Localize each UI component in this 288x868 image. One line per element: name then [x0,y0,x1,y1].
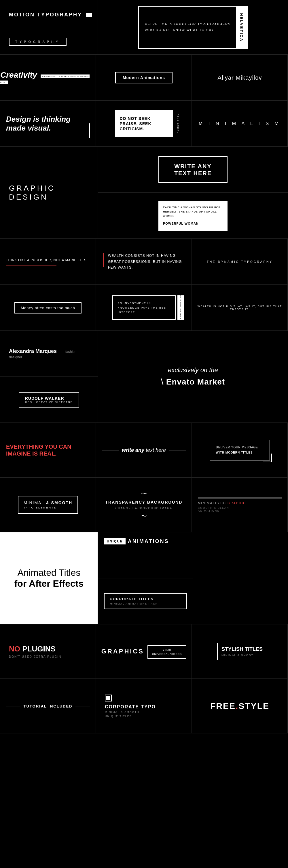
think-text: THINK LIKE A PUBLISHER, NOT A MARKETER. [6,258,86,262]
minimalistic-bar [198,498,282,498]
do-not-seek-box: DO NOT SEEK PRAISE, SEEK CRITICISM. [115,110,173,137]
motion-typography-cell: MOTION TYPOGRAPHY TYPOGRAPHY [0,0,98,55]
unique-animations-cell: UNIQUE ANIMATIONS [98,532,193,578]
rudolf-cell: RUDOLF WALKER CEO / CREATIVE DIRECTOR [0,377,98,423]
powerful-woman-quote: EACH TIME A WOMAN STANDS UP FOR HERSELF,… [163,206,221,218]
money-box: Money often costs too much [15,302,82,313]
write-any-box: WRITE ANY TEXT HERE [159,156,228,183]
creativity-text: Creativity [0,70,37,80]
minimalistic-sub: SMOOTH & CLEAN ANIMATIONS. [198,506,229,512]
think-cell: THINK LIKE A PUBLISHER, NOT A MARKETER. [0,239,96,285]
minimalistic-cell: MINIMALISTIC GRAPHIC SMOOTH & CLEAN ANIM… [192,477,288,532]
row-5: THINK LIKE A PUBLISHER, NOT A MARKETER. … [0,239,288,285]
helvetica-vertical-label: HELVETICA [236,7,248,48]
write-line-right [169,450,186,451]
stylish-content: STYLISH TITLES MINIMAL & SMOOTH [222,646,263,657]
dynamic-typography: THE DYNAMIC TYPOGRAPHY [198,260,281,264]
powerful-woman-cell: EACH TIME A WOMAN STANDS UP FOR HERSELF,… [98,193,288,239]
benjamin-text: BENJAMIN FRANKLIN [179,292,181,323]
deliver-cell: DELIVER YOUR MESSAGE WITH MODERN TITLES [192,423,288,477]
no-plugins-sub: DON'T USED EXTRA PLUGIN [9,655,61,658]
investment-cell: AN INVESTMENT IN KNOWLEDGE PAYS THE BEST… [96,285,192,331]
design-bar [89,123,90,138]
unique-top: UNIQUE ANIMATIONS [104,538,169,545]
row-7: Alexandra Marques | fashion designer RUD… [0,331,288,423]
graphics-content: GRAPHICS YOUR UNIVERSAL VIDEOS [102,644,186,659]
unique-text: ANIMATIONS [128,538,169,545]
wealth-content: WEALTH CONSISTS NOT IN HAVING GREAT POSS… [96,247,192,276]
exclusively-text: exclusively on the [168,366,218,374]
alexandra-info: Alexandra Marques | fashion designer [9,348,89,360]
no-plugins-cell: NO PLUGINS DON'T USED EXTRA PLUGIN [0,624,96,679]
deliver-box: DELIVER YOUR MESSAGE WITH MODERN TITLES [210,440,270,461]
helvetica-label: HELVETICA [240,13,244,42]
animated-titles-cell: Animated Titles for After Effects [0,532,98,624]
everything-text: EVERYTHING YOU CAN IMAGINE IS REAL. [6,443,90,457]
row7-left-cells: Alexandra Marques | fashion designer RUD… [0,331,98,423]
dyn-line-left [198,262,204,262]
write-any-line-cell: write any text here [96,423,192,477]
transparency-cell: 〜 TRANSPARENCY BACKGROUND CHANGE BACKGRO… [96,477,192,532]
deliver-text: DELIVER YOUR MESSAGE WITH MODERN TITLES [216,445,264,455]
corporate-titles-cell: CORPORATE TITLES MINIMAL ANIMATIONS PACK [98,578,193,624]
do-not-seek-cell: DO NOT SEEK PRAISE, SEEK CRITICISM. PAUL… [96,101,192,147]
money-text: Money often costs too much [21,306,75,310]
rudolf-role: CEO / CREATIVE DIRECTOR [25,401,73,404]
alexandra-cell: Alexandra Marques | fashion designer [0,331,98,377]
wealth-small-text: WEALTH IS NOT HIS THAT HAS IT, BUT HIS T… [192,302,287,313]
graphics-cell: GRAPHICS YOUR UNIVERSAL VIDEOS [96,624,192,679]
paul-arden-label: PAUL ARDEN [175,110,181,137]
modern-animations-box: Modern Animations [115,72,173,84]
stylish-bar [217,643,218,660]
minimal-sub-text: TYPO ELEMENTS [24,506,72,509]
minimal-smooth-box: MINIMAL & SMOOTH TYPO ELEMENTS [18,496,78,514]
write-text: write any text here [122,447,166,453]
corp-typo-sub2: UNIQUE TITLES [105,715,132,718]
design-thinking-cell: Design is thinking made visual. [0,101,96,147]
animated-titles-text: Animated Titles for After Effects [15,567,84,589]
wealth-text: WEALTH CONSISTS NOT IN HAVING GREAT POSS… [108,253,184,270]
think-underline [6,265,56,266]
corp-icon [105,694,112,702]
helvetica-quote: HELVETICA IS GOOD FOR TYPOGRAPHERS WHO D… [138,6,248,49]
corporate-typo-cell: CORPORATE TYPO MINIMAL & SMOOTH UNIQUE T… [96,679,192,734]
corporate-title-sub: MINIMAL ANIMATIONS PACK [110,602,181,605]
corporate-title-main: CORPORATE TITLES [110,597,181,601]
row-2: Creativity CREATIVITY IS INTELLIGENCE MA… [0,55,288,101]
minimal-smooth-cell: MINIMAL & SMOOTH TYPO ELEMENTS [0,477,96,532]
dynamic-typography-text: THE DYNAMIC TYPOGRAPHY [207,260,273,264]
benjamin-tag: BENJAMIN FRANKLIN [177,296,184,320]
money-cell: Money often costs too much [0,285,96,331]
investment-wrapper: AN INVESTMENT IN KNOWLEDGE PAYS THE BEST… [112,296,176,320]
investment-text: AN INVESTMENT IN KNOWLEDGE PAYS THE BEST… [118,301,170,315]
powerful-woman-box: EACH TIME A WOMAN STANDS UP FOR HERSELF,… [159,201,228,231]
aliyar-name: Aliyar Mikayilov [218,74,262,81]
paul-arden-text: PAUL ARDEN [177,114,179,134]
wealth-red-line [103,253,104,267]
dyn-line-right [276,262,281,262]
alexandra-name: Alexandra Marques [9,348,58,354]
motion-typography-title: MOTION TYPOGRAPHY [9,12,92,18]
row-6: Money often costs too much AN INVESTMENT… [0,285,288,331]
stylish-text: STYLISH TITLES [222,646,263,653]
corp-typo-sub1: MINIMAL & SMOOTH [105,711,139,714]
rudolf-name: RUDOLF WALKER [25,396,73,401]
graphics-main: GRAPHICS [102,648,144,655]
minimalism-cell: M I N I M A L I S M [192,101,288,147]
tutorial-line-right [76,706,90,706]
wealth-small-cell: WEALTH IS NOT HIS THAT HAS IT, BUT HIS T… [192,285,288,331]
envato-cell: exclusively on the \ Envato Market [98,331,288,423]
graphic-design-text: GRAPHIC DESIGN [9,184,83,202]
dynamic-typography-cell: THE DYNAMIC TYPOGRAPHY [192,239,288,285]
wave-icon-top: 〜 [141,490,147,498]
write-line-left [102,450,119,451]
row-10: Animated Titles for After Effects UNIQUE… [0,532,288,624]
row-4: GRAPHIC DESIGN WRITE ANY TEXT HERE EACH … [0,147,288,239]
row-3: Design is thinking made visual. DO NOT S… [0,101,288,147]
creativity-content: Creativity CREATIVITY IS INTELLIGENCE MA… [0,70,96,85]
minimalistic-title: MINIMALISTIC GRAPHIC [198,501,246,505]
aliyar-cell: Aliyar Mikayilov [192,55,288,101]
envato-logo: \ Envato Market [161,377,225,388]
no-plugins-text: NO PLUGINS [9,645,56,653]
row10-right-cells: UNIQUE ANIMATIONS CORPORATE TITLES MINIM… [98,532,193,624]
